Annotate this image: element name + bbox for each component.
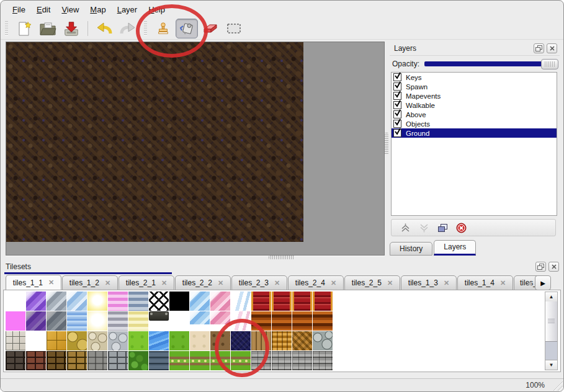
tileset-tile[interactable] — [272, 292, 292, 311]
tileset-tile[interactable] — [149, 331, 169, 350]
tileset-tile[interactable] — [108, 311, 128, 331]
tileset-tile[interactable] — [6, 292, 25, 311]
tileset-tile[interactable] — [47, 311, 66, 331]
menu-item[interactable]: Help — [143, 2, 171, 17]
map-canvas-ground-tiles[interactable] — [6, 42, 303, 242]
tileset-tile[interactable] — [210, 331, 230, 350]
close-tab-icon[interactable]: ✕ — [105, 279, 110, 287]
map-view[interactable] — [6, 42, 385, 256]
tileset-tile[interactable] — [87, 292, 107, 311]
close-panel-icon[interactable] — [548, 262, 559, 272]
tileset-tab[interactable]: tiles_1_1 ✕ — [6, 275, 61, 290]
tileset-tile[interactable] — [292, 311, 312, 331]
tileset-tile[interactable] — [87, 331, 107, 350]
scroll-down-icon[interactable]: ▼ — [545, 360, 557, 370]
tileset-tab[interactable]: tiles_1_3 ✕ — [401, 275, 457, 290]
close-tab-icon[interactable]: ✕ — [161, 279, 167, 287]
tileset-tile[interactable] — [128, 331, 148, 350]
tab-scroll-left-button[interactable]: ◀ — [524, 275, 535, 290]
menu-item[interactable]: View — [56, 2, 84, 17]
menu-item[interactable]: File — [7, 2, 31, 17]
tileset-tile[interactable] — [128, 351, 148, 370]
tileset-tile[interactable] — [169, 351, 189, 370]
move-layer-down-button[interactable] — [419, 223, 429, 233]
new-map-button[interactable] — [13, 19, 35, 38]
tileset-tile[interactable] — [108, 351, 128, 370]
tileset-tile[interactable] — [231, 351, 251, 370]
tileset-tile[interactable] — [190, 311, 210, 324]
eraser-tool-button[interactable] — [199, 19, 222, 38]
redo-button[interactable] — [117, 19, 139, 38]
layer-row[interactable]: Objects — [392, 119, 557, 128]
tileset-tile[interactable] — [169, 331, 189, 350]
layer-row[interactable]: Keys — [392, 73, 557, 82]
open-map-button[interactable] — [37, 19, 59, 38]
tileset-tile[interactable] — [190, 292, 210, 311]
menu-item[interactable]: Layer — [112, 2, 143, 17]
toolbar-drag-handle[interactable] — [144, 21, 147, 36]
resize-grip[interactable] — [552, 380, 563, 391]
layer-visibility-checkbox[interactable] — [393, 92, 401, 100]
map-vertical-scrollbar[interactable] — [385, 133, 388, 155]
tileset-tile[interactable] — [251, 292, 271, 311]
opacity-slider[interactable] — [424, 61, 557, 66]
tileset-tile[interactable] — [190, 331, 210, 350]
close-tab-icon[interactable]: ✕ — [500, 279, 506, 287]
tileset-tile[interactable] — [313, 351, 333, 370]
tileset-tile[interactable] — [26, 311, 46, 331]
layer-visibility-checkbox[interactable] — [393, 120, 401, 128]
tileset-tile[interactable] — [313, 311, 333, 331]
undo-button[interactable] — [93, 19, 115, 38]
tileset-tile[interactable] — [190, 351, 210, 370]
tileset-tab[interactable]: tiles_2_4 ✕ — [288, 275, 344, 290]
tileset-tile[interactable] — [128, 311, 148, 331]
layer-visibility-checkbox[interactable] — [393, 101, 401, 109]
tileset-tab[interactable]: tiles_2_5 ✕ — [344, 275, 400, 290]
close-tab-icon[interactable]: ✕ — [48, 278, 54, 287]
tileset-tab[interactable]: tiles_2_2 ✕ — [175, 275, 231, 290]
tileset-tile[interactable] — [292, 331, 312, 350]
tileset-tile[interactable] — [87, 311, 107, 331]
tileset-tile[interactable] — [108, 292, 128, 311]
close-tab-icon[interactable]: ✕ — [274, 279, 280, 287]
float-panel-icon[interactable] — [535, 262, 546, 272]
tileset-tile[interactable] — [231, 292, 251, 311]
rect-select-tool-button[interactable] — [223, 19, 245, 38]
dock-tab[interactable]: History — [390, 242, 432, 256]
layer-row[interactable]: Walkable — [392, 100, 557, 110]
layer-row[interactable]: Spawn — [392, 82, 557, 91]
tileset-tile[interactable] — [26, 331, 46, 350]
tileset-tile[interactable] — [26, 292, 46, 311]
tileset-tile[interactable] — [128, 292, 148, 311]
tileset-tile[interactable] — [149, 351, 169, 370]
tileset-tile[interactable] — [210, 292, 230, 311]
tileset-tile[interactable] — [292, 292, 312, 311]
layer-row[interactable]: Ground — [392, 128, 557, 138]
move-layer-up-button[interactable] — [400, 223, 411, 233]
close-tab-icon[interactable]: ✕ — [331, 279, 336, 287]
tileset-scrollbar-thumb[interactable] — [545, 301, 557, 342]
tileset-tile[interactable] — [67, 311, 87, 331]
menu-item[interactable]: Map — [84, 2, 111, 17]
tileset-tab[interactable]: tiles_1_2 ✕ — [62, 275, 118, 290]
tileset-tab[interactable]: tiles_2_3 ✕ — [231, 275, 287, 290]
layer-row[interactable]: Above — [392, 110, 557, 119]
menu-item[interactable]: Edit — [31, 2, 56, 17]
tileset-tile[interactable] — [87, 351, 107, 370]
tileset-tile[interactable] — [169, 311, 189, 331]
layer-row[interactable]: Mapevents — [392, 91, 557, 100]
opacity-slider-handle[interactable] — [541, 59, 558, 69]
tileset-vertical-scrollbar[interactable]: ▲ ▼ — [545, 292, 558, 370]
layer-visibility-checkbox[interactable] — [393, 129, 401, 137]
tileset-tile[interactable] — [47, 292, 66, 311]
tileset-tile[interactable] — [108, 331, 128, 350]
layer-visibility-checkbox[interactable] — [393, 110, 401, 118]
tileset-tile[interactable] — [251, 351, 271, 370]
tileset-tile[interactable] — [47, 331, 66, 350]
tab-scroll-right-button[interactable]: ▶ — [535, 275, 551, 290]
tileset-tile[interactable] — [149, 292, 169, 311]
layer-visibility-checkbox[interactable] — [393, 82, 401, 91]
tileset-tile[interactable] — [210, 311, 230, 324]
tileset-tile[interactable] — [313, 292, 333, 311]
tileset-tile[interactable] — [67, 292, 87, 311]
